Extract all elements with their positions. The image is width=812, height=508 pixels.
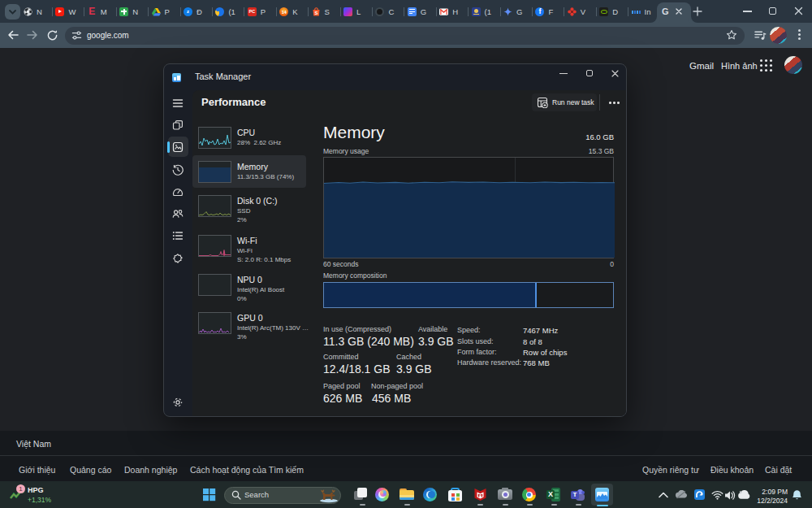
svg-text:S: S xyxy=(314,10,317,15)
